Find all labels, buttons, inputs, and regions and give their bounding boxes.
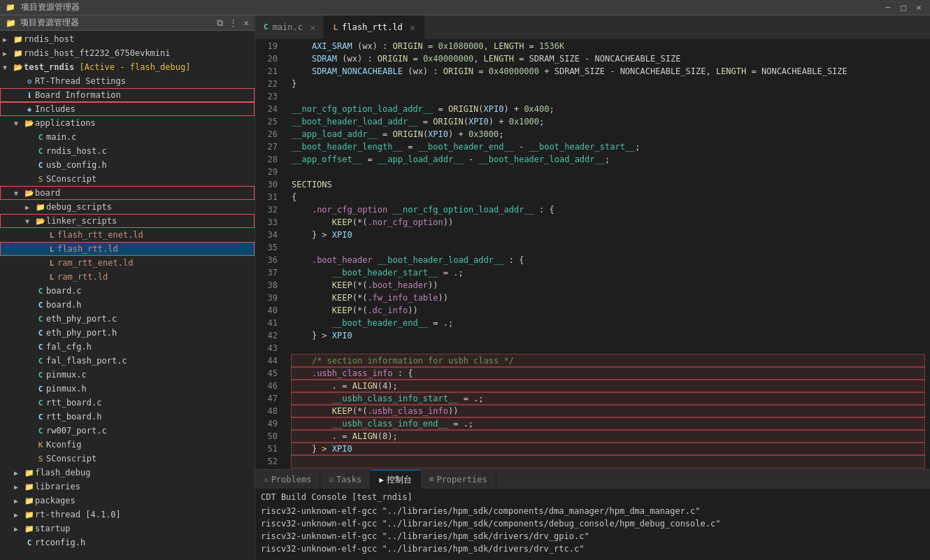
sidebar-title-controls: ⧉ ⋮ ✕ xyxy=(217,17,249,29)
sidebar-item-rt-thread-settings[interactable]: ⚙RT-Thread Settings xyxy=(0,74,255,88)
bottom-tab-label-console-tab: 控制台 xyxy=(387,474,412,486)
sidebar-item-flash-rtt-enet-ld[interactable]: Lflash_rtt_enet.ld xyxy=(0,228,255,242)
expand-arrow-flash-debug[interactable]: ▶ xyxy=(14,469,24,477)
code-line-35 xyxy=(292,241,924,254)
code-content: AXI_SRAM (wx) : ORIGIN = 0x1080000, LENG… xyxy=(286,40,930,469)
expand-arrow-rt-thread[interactable]: ▶ xyxy=(14,511,24,519)
sidebar-item-fal-flash-port-c[interactable]: Cfal_flash_port.c xyxy=(0,354,255,368)
sidebar-item-rtt-board-h[interactable]: Crtt_board.h xyxy=(0,410,255,424)
bottom-tab-properties-tab[interactable]: ≡Properties xyxy=(421,470,496,489)
sidebar-item-rndis_host[interactable]: ▶📁rndis_host xyxy=(0,32,255,46)
tree-label-startup: startup xyxy=(35,524,252,533)
expand-arrow-linker-scripts[interactable]: ▼ xyxy=(25,217,35,225)
expand-arrow-debug-scripts[interactable]: ▶ xyxy=(25,203,35,211)
expand-arrow-packages[interactable]: ▶ xyxy=(14,497,24,505)
sidebar-item-libraries[interactable]: ▶📁libraries xyxy=(0,480,255,494)
sidebar-item-main-c[interactable]: Cmain.c xyxy=(0,130,255,144)
sidebar-item-flash-rtt-ld[interactable]: Lflash_rtt.ld xyxy=(0,242,255,256)
sidebar-item-rndis_host_ft2232[interactable]: ▶📁rndis_host_ft2232_6750evkmini xyxy=(0,46,255,60)
line-number-41: 41 xyxy=(261,317,278,329)
sidebar: 📁 项目资源管理器 ⧉ ⋮ ✕ ▶📁rndis_host▶📁rndis_host… xyxy=(0,15,255,560)
tree-icon-eth-phy-port-h: C xyxy=(35,329,46,338)
line-number-22: 22 xyxy=(261,78,278,90)
sidebar-collapse-button[interactable]: ⧉ xyxy=(217,17,223,29)
bottom-tab-tasks-tab[interactable]: ☑Tasks xyxy=(320,470,371,489)
sidebar-item-rtt-board-c[interactable]: Crtt_board.c xyxy=(0,396,255,410)
tree-label-pinmux-h: pinmux.h xyxy=(46,384,252,394)
sidebar-item-rtconfig-h[interactable]: Crtconfig.h xyxy=(0,536,255,550)
sidebar-item-sconscript-app[interactable]: SSConscript xyxy=(0,172,255,186)
tree-icon-board-h: C xyxy=(35,301,46,310)
line-number-24: 24 xyxy=(261,103,278,115)
line-number-44: 44 xyxy=(261,354,278,367)
expand-arrow-rndis_host[interactable]: ▶ xyxy=(3,36,13,43)
sidebar-menu-button[interactable]: ⋮ xyxy=(229,17,238,29)
tree-icon-board-c: C xyxy=(35,287,46,296)
bottom-tab-console-tab[interactable]: ▶控制台 xyxy=(371,470,421,489)
sidebar-item-rndis-host-c[interactable]: Crndis_host.c xyxy=(0,144,255,158)
expand-arrow-libraries[interactable]: ▶ xyxy=(14,483,24,491)
code-editor[interactable]: 1920212223242526272829303132333435363738… xyxy=(255,40,930,469)
sidebar-item-rt-thread[interactable]: ▶📁rt-thread [4.1.0] xyxy=(0,508,255,522)
sidebar-item-board-c[interactable]: Cboard.c xyxy=(0,284,255,298)
sidebar-item-fal-cfg-h[interactable]: Cfal_cfg.h xyxy=(0,340,255,354)
sidebar-item-pinmux-h[interactable]: Cpinmux.h xyxy=(0,382,255,396)
sidebar-item-includes[interactable]: ◈Includes xyxy=(0,102,255,116)
sidebar-item-applications[interactable]: ▼📂applications xyxy=(0,116,255,130)
sidebar-item-test_rndis[interactable]: ▼📂test_rndis [Active - flash_debug] xyxy=(0,60,255,74)
sidebar-title-text: 项目资源管理器 xyxy=(20,17,79,29)
tab-label-main-c-tab: main.c xyxy=(273,22,303,32)
bottom-tab-problems-tab[interactable]: ⚠Problems xyxy=(255,470,320,489)
expand-arrow-board[interactable]: ▼ xyxy=(14,189,24,197)
tree-label-eth-phy-port-c: eth_phy_port.c xyxy=(46,314,252,324)
maximize-button[interactable]: □ xyxy=(898,2,909,13)
sidebar-item-flash-debug[interactable]: ▶📁flash_debug xyxy=(0,466,255,480)
sidebar-item-board-h[interactable]: Cboard.h xyxy=(0,298,255,312)
line-number-21: 21 xyxy=(261,65,278,78)
code-line-49: __usbh_class_info_end__ = .; xyxy=(292,417,924,430)
sidebar-item-board-information[interactable]: ℹBoard Information xyxy=(0,88,255,102)
code-line-21: SDRAM_NONCACHEABLE (wx) : ORIGIN = 0x400… xyxy=(292,65,924,78)
close-window-button[interactable]: ✕ xyxy=(913,2,924,13)
tree-icon-kconfig: K xyxy=(35,440,46,450)
sidebar-item-debug-scripts[interactable]: ▶📁debug_scripts xyxy=(0,200,255,214)
tree-label-flash-rtt-ld: flash_rtt.ld xyxy=(57,244,252,254)
sidebar-item-board[interactable]: ▼📂board xyxy=(0,186,255,200)
code-line-40: KEEP(*(.dc_info)) xyxy=(292,304,924,317)
expand-arrow-startup[interactable]: ▶ xyxy=(14,525,24,533)
sidebar-item-eth-phy-port-h[interactable]: Ceth_phy_port.h xyxy=(0,326,255,340)
sidebar-item-kconfig[interactable]: KKconfig xyxy=(0,438,255,452)
tab-close-main-c-tab[interactable]: ✕ xyxy=(310,22,315,33)
expand-arrow-applications[interactable]: ▼ xyxy=(14,120,24,127)
tree-icon-flash-debug: 📁 xyxy=(24,468,35,478)
tree-label-rtt-board-h: rtt_board.h xyxy=(46,412,252,422)
line-number-25: 25 xyxy=(261,115,278,128)
sidebar-item-ram-rtt-ld[interactable]: Lram_rtt.ld xyxy=(0,270,255,284)
sidebar-item-ram-rtt-enet-ld[interactable]: Lram_rtt_enet.ld xyxy=(0,256,255,270)
sidebar-item-pinmux-c[interactable]: Cpinmux.c xyxy=(0,368,255,382)
sidebar-close-button[interactable]: ✕ xyxy=(243,17,249,29)
tab-close-flash-rtt-ld-tab[interactable]: ✕ xyxy=(410,22,415,33)
sidebar-item-packages[interactable]: ▶📁packages xyxy=(0,494,255,508)
tree-label-flash-debug: flash_debug xyxy=(35,468,252,478)
tab-flash-rtt-ld-tab[interactable]: Lflash_rtt.ld✕ xyxy=(324,15,424,39)
tab-main-c-tab[interactable]: Cmain.c✕ xyxy=(255,15,324,39)
sidebar-item-eth-phy-port-c[interactable]: Ceth_phy_port.c xyxy=(0,312,255,326)
tree-label-rt-thread-settings: RT-Thread Settings xyxy=(35,76,252,86)
sidebar-item-linker-scripts[interactable]: ▼📂linker_scripts xyxy=(0,214,255,228)
tree-icon-test_rndis: 📂 xyxy=(13,63,24,72)
tree-icon-flash-rtt-enet-ld: L xyxy=(46,231,57,240)
tree-icon-main-c: C xyxy=(35,133,46,142)
expand-arrow-test_rndis[interactable]: ▼ xyxy=(3,64,13,71)
line-number-38: 38 xyxy=(261,279,278,292)
sidebar-item-startup[interactable]: ▶📁startup xyxy=(0,522,255,536)
expand-arrow-rndis_host_ft2232[interactable]: ▶ xyxy=(3,50,13,57)
sidebar-item-usb-config-h[interactable]: Cusb_config.h xyxy=(0,158,255,172)
line-number-33: 33 xyxy=(261,216,278,229)
minimize-button[interactable]: − xyxy=(882,2,894,13)
sidebar-item-sconscript-board[interactable]: SSConscript xyxy=(0,452,255,466)
tree-icon-rndis_host: 📁 xyxy=(13,35,24,44)
tree-label-debug-scripts: debug_scripts xyxy=(46,202,252,212)
line-number-40: 40 xyxy=(261,304,278,317)
sidebar-item-rw007-port-c[interactable]: Crw007_port.c xyxy=(0,424,255,438)
